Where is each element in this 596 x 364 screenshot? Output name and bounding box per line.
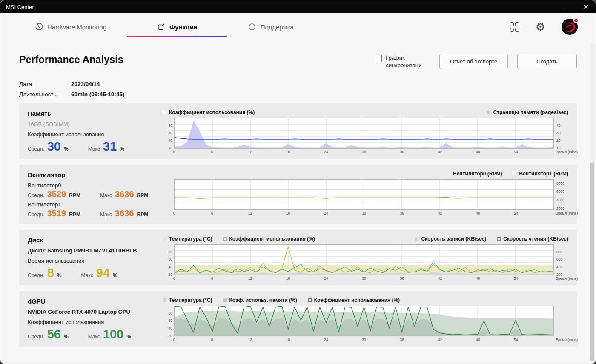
notification-dot bbox=[573, 18, 579, 23]
y-tick-left: 20 bbox=[169, 146, 172, 150]
y-tick-left: 60 bbox=[169, 318, 172, 323]
duration-label: Длительность bbox=[19, 91, 71, 97]
y-tick-right: 400 bbox=[556, 265, 562, 269]
y-tick-right: 8000 bbox=[556, 181, 564, 186]
tab-hardware-monitoring[interactable]: Hardware Monitoring bbox=[34, 13, 106, 40]
y-tick-left: 80 bbox=[169, 123, 172, 128]
chart-sync-toggle[interactable]: График синхронизаци bbox=[375, 54, 430, 69]
legend-item: Коэффициент использования (%) bbox=[163, 109, 255, 115]
x-tick: 48 bbox=[476, 276, 480, 281]
memory-panel: Память 16GB (SODIMM) Коэффициент использ… bbox=[19, 103, 577, 159]
legend-item: Скорость записи (KB/sec) bbox=[415, 236, 486, 242]
legend-swatch bbox=[163, 298, 166, 302]
y-tick-left: 60 bbox=[169, 131, 172, 135]
chart-plot bbox=[174, 244, 554, 275]
legend-swatch bbox=[487, 111, 490, 114]
y-axis-right: 40302010 bbox=[554, 118, 568, 155]
memory-size: 16GB (SODIMM) bbox=[28, 121, 163, 127]
legend-swatch bbox=[415, 237, 418, 241]
y-axis-left bbox=[163, 179, 174, 217]
tab-label: Hardware Monitoring bbox=[47, 23, 106, 31]
user-avatar[interactable] bbox=[562, 19, 578, 35]
legend-swatch bbox=[224, 237, 227, 241]
legend-label: Скорость записи (KB/sec) bbox=[421, 236, 486, 242]
sync-checkbox[interactable] bbox=[375, 55, 382, 62]
legend-label: Температура (°C) bbox=[169, 297, 212, 303]
x-tick: 12 bbox=[248, 150, 252, 154]
x-tick: 30 bbox=[362, 276, 366, 281]
legend-swatch bbox=[224, 298, 227, 302]
monitoring-icon bbox=[34, 23, 43, 31]
disk-panel: Диск Диск0: Samsung PM9B1 MZVL41T0HBLB В… bbox=[19, 230, 577, 285]
legend-swatch bbox=[163, 111, 166, 114]
legend-item: Коэффициент использования (%) bbox=[224, 236, 315, 242]
x-tick: 24 bbox=[324, 150, 328, 154]
chart-plot bbox=[174, 118, 554, 149]
legend-label: Скорость чтения (KB/sec) bbox=[503, 236, 568, 242]
legend-right: Вентилятор0 (RPM)Вентилятор1 (RPM) bbox=[447, 171, 568, 177]
x-axis: 061218243036424854Время (mins) bbox=[174, 210, 554, 217]
legend-swatch bbox=[163, 237, 166, 241]
x-tick: 30 bbox=[362, 150, 366, 154]
y-tick-right: 6000 bbox=[556, 189, 564, 194]
y-tick-right: 30 bbox=[556, 131, 560, 135]
avg-stat: Средн. 56 % bbox=[28, 328, 69, 341]
msi-center-window: MSI Center Hardware Monitoring Функции П… bbox=[0, 0, 596, 364]
scrollbar-thumb[interactable] bbox=[590, 162, 594, 361]
vertical-scrollbar[interactable] bbox=[590, 42, 595, 362]
legend-swatch bbox=[513, 172, 516, 175]
chart-canvas bbox=[175, 180, 553, 209]
chart-plot bbox=[174, 306, 554, 336]
y-tick-left: 80 bbox=[169, 250, 172, 254]
legend-label: Температура (°C) bbox=[169, 236, 212, 242]
x-tick: 12 bbox=[248, 338, 252, 342]
y-axis-right bbox=[554, 306, 568, 343]
legend-item: Температура (°C) bbox=[163, 236, 212, 242]
y-tick-right: 800 bbox=[556, 250, 562, 254]
page-title: Performance Analysis bbox=[19, 54, 123, 66]
x-tick: 36 bbox=[400, 150, 404, 154]
y-axis-left: 80604020 bbox=[163, 244, 174, 282]
x-tick: 0 bbox=[173, 211, 175, 215]
x-tick: 0 bbox=[173, 276, 175, 281]
avg-stat: Средн. 30 % bbox=[28, 140, 69, 153]
sync-label: График синхронизаци bbox=[386, 54, 430, 69]
legend-right: Страницы памяти (pages/sec) bbox=[487, 109, 568, 115]
apps-grid-icon[interactable] bbox=[510, 22, 519, 32]
legend-label: Вентилятор0 (RPM) bbox=[453, 171, 502, 177]
x-tick: 42 bbox=[438, 150, 442, 154]
session-meta: Дата 2023/04/14 Длительность 60min (09:4… bbox=[19, 81, 577, 97]
avg-stat: Средн. 8 % bbox=[28, 267, 62, 279]
settings-gear-icon[interactable]: ⚙ bbox=[536, 21, 545, 32]
y-tick-right: 10 bbox=[556, 146, 560, 150]
x-tick: 54 bbox=[514, 276, 518, 281]
max-stat: Макс 31 % bbox=[88, 140, 124, 153]
y-tick-right: 4000 bbox=[556, 198, 564, 202]
y-tick-left: 20 bbox=[169, 334, 172, 338]
metric-label: Коэффициент использования bbox=[28, 131, 163, 138]
chart-canvas bbox=[175, 118, 553, 148]
x-tick: 6 bbox=[211, 276, 213, 281]
chart-canvas bbox=[175, 245, 553, 275]
create-button[interactable]: Создать bbox=[517, 54, 577, 69]
page-content: Performance Analysis График синхронизаци… bbox=[0, 40, 596, 364]
x-tick: 6 bbox=[211, 150, 213, 154]
legend-item: Температура (°C) bbox=[163, 297, 212, 303]
avg-stat: Средн. 3529 RPM bbox=[28, 190, 80, 198]
support-icon bbox=[248, 23, 256, 31]
legend-label: Коэффициент использования (%) bbox=[169, 109, 255, 115]
close-button[interactable] bbox=[576, 0, 596, 13]
tab-support[interactable]: Поддержка bbox=[248, 13, 294, 40]
minimize-button[interactable] bbox=[556, 0, 576, 13]
y-axis-right: 8000600040002000 bbox=[554, 179, 568, 217]
export-report-button[interactable]: Отчет об экспорте bbox=[439, 54, 508, 69]
tab-functions[interactable]: Функции bbox=[157, 13, 197, 40]
legend-label: Страницы памяти (pages/sec) bbox=[493, 109, 568, 115]
x-tick: 54 bbox=[514, 150, 518, 154]
legend-item: Коэффициент использования (%) bbox=[308, 297, 400, 303]
metric-label: Время использования bbox=[28, 258, 163, 264]
date-label: Дата bbox=[19, 81, 71, 87]
y-tick-right: 40 bbox=[556, 123, 560, 128]
gpu-model: NVIDIA GeForce RTX 4070 Laptop GPU bbox=[28, 309, 163, 315]
fan-chart: Вентилятор0 (RPM)Вентилятор1 (RPM) 06121… bbox=[163, 170, 568, 221]
